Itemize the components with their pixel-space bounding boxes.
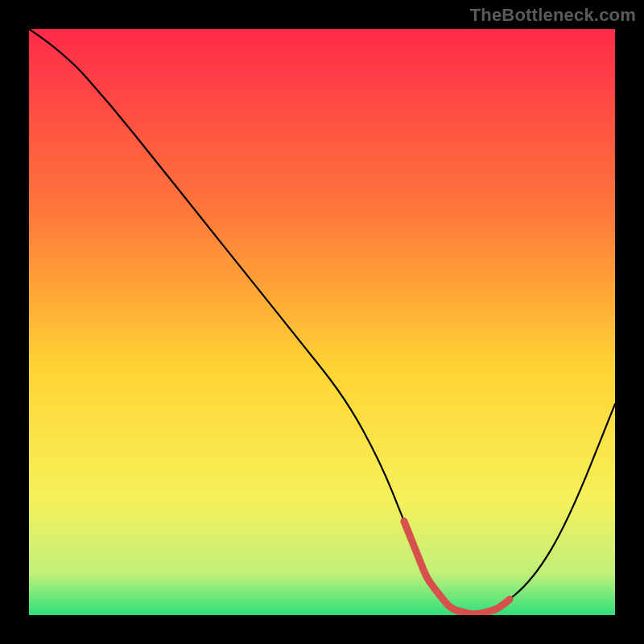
chart-frame: TheBottleneck.com	[0, 0, 644, 644]
watermark-label: TheBottleneck.com	[470, 5, 636, 26]
chart-svg	[29, 29, 615, 615]
gradient-background	[29, 29, 615, 615]
plot-area	[29, 29, 615, 615]
